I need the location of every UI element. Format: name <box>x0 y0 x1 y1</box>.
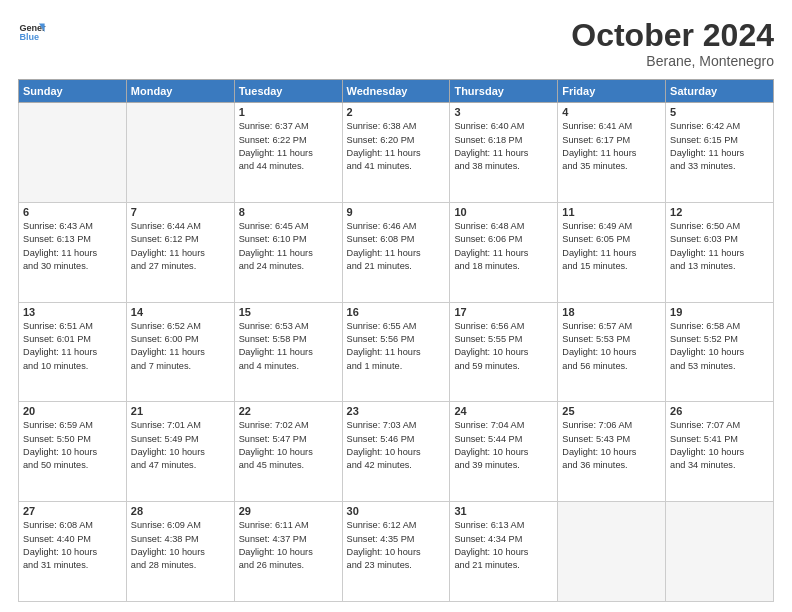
day-number: 27 <box>23 505 122 517</box>
svg-text:Blue: Blue <box>19 32 39 42</box>
day-cell: 18Sunrise: 6:57 AM Sunset: 5:53 PM Dayli… <box>558 302 666 402</box>
location: Berane, Montenegro <box>571 53 774 69</box>
day-info: Sunrise: 6:12 AM Sunset: 4:35 PM Dayligh… <box>347 519 446 572</box>
title-block: October 2024 Berane, Montenegro <box>571 18 774 69</box>
day-info: Sunrise: 7:03 AM Sunset: 5:46 PM Dayligh… <box>347 419 446 472</box>
week-row-2: 6Sunrise: 6:43 AM Sunset: 6:13 PM Daylig… <box>19 202 774 302</box>
day-cell <box>126 103 234 203</box>
header-friday: Friday <box>558 80 666 103</box>
day-number: 13 <box>23 306 122 318</box>
week-row-3: 13Sunrise: 6:51 AM Sunset: 6:01 PM Dayli… <box>19 302 774 402</box>
day-info: Sunrise: 6:48 AM Sunset: 6:06 PM Dayligh… <box>454 220 553 273</box>
day-number: 16 <box>347 306 446 318</box>
day-info: Sunrise: 6:40 AM Sunset: 6:18 PM Dayligh… <box>454 120 553 173</box>
day-number: 8 <box>239 206 338 218</box>
day-info: Sunrise: 6:45 AM Sunset: 6:10 PM Dayligh… <box>239 220 338 273</box>
day-number: 2 <box>347 106 446 118</box>
day-cell: 31Sunrise: 6:13 AM Sunset: 4:34 PM Dayli… <box>450 502 558 602</box>
day-number: 30 <box>347 505 446 517</box>
day-info: Sunrise: 6:37 AM Sunset: 6:22 PM Dayligh… <box>239 120 338 173</box>
header-tuesday: Tuesday <box>234 80 342 103</box>
day-number: 31 <box>454 505 553 517</box>
day-number: 9 <box>347 206 446 218</box>
day-info: Sunrise: 6:43 AM Sunset: 6:13 PM Dayligh… <box>23 220 122 273</box>
calendar-page: General Blue October 2024 Berane, Monten… <box>0 0 792 612</box>
day-number: 14 <box>131 306 230 318</box>
day-cell: 3Sunrise: 6:40 AM Sunset: 6:18 PM Daylig… <box>450 103 558 203</box>
day-info: Sunrise: 7:07 AM Sunset: 5:41 PM Dayligh… <box>670 419 769 472</box>
day-number: 11 <box>562 206 661 218</box>
day-cell: 26Sunrise: 7:07 AM Sunset: 5:41 PM Dayli… <box>666 402 774 502</box>
day-cell: 15Sunrise: 6:53 AM Sunset: 5:58 PM Dayli… <box>234 302 342 402</box>
day-info: Sunrise: 6:44 AM Sunset: 6:12 PM Dayligh… <box>131 220 230 273</box>
header-row: SundayMondayTuesdayWednesdayThursdayFrid… <box>19 80 774 103</box>
day-number: 22 <box>239 405 338 417</box>
day-info: Sunrise: 6:49 AM Sunset: 6:05 PM Dayligh… <box>562 220 661 273</box>
day-info: Sunrise: 6:41 AM Sunset: 6:17 PM Dayligh… <box>562 120 661 173</box>
day-cell: 22Sunrise: 7:02 AM Sunset: 5:47 PM Dayli… <box>234 402 342 502</box>
day-number: 12 <box>670 206 769 218</box>
day-number: 3 <box>454 106 553 118</box>
day-number: 24 <box>454 405 553 417</box>
day-info: Sunrise: 6:53 AM Sunset: 5:58 PM Dayligh… <box>239 320 338 373</box>
logo: General Blue <box>18 18 46 46</box>
logo-icon: General Blue <box>18 18 46 46</box>
day-cell: 10Sunrise: 6:48 AM Sunset: 6:06 PM Dayli… <box>450 202 558 302</box>
day-info: Sunrise: 6:57 AM Sunset: 5:53 PM Dayligh… <box>562 320 661 373</box>
day-cell <box>666 502 774 602</box>
day-cell: 16Sunrise: 6:55 AM Sunset: 5:56 PM Dayli… <box>342 302 450 402</box>
day-number: 19 <box>670 306 769 318</box>
day-info: Sunrise: 6:55 AM Sunset: 5:56 PM Dayligh… <box>347 320 446 373</box>
day-cell: 6Sunrise: 6:43 AM Sunset: 6:13 PM Daylig… <box>19 202 127 302</box>
day-cell: 9Sunrise: 6:46 AM Sunset: 6:08 PM Daylig… <box>342 202 450 302</box>
header-thursday: Thursday <box>450 80 558 103</box>
day-cell: 8Sunrise: 6:45 AM Sunset: 6:10 PM Daylig… <box>234 202 342 302</box>
day-info: Sunrise: 6:08 AM Sunset: 4:40 PM Dayligh… <box>23 519 122 572</box>
day-number: 7 <box>131 206 230 218</box>
day-cell: 25Sunrise: 7:06 AM Sunset: 5:43 PM Dayli… <box>558 402 666 502</box>
day-number: 25 <box>562 405 661 417</box>
week-row-1: 1Sunrise: 6:37 AM Sunset: 6:22 PM Daylig… <box>19 103 774 203</box>
day-info: Sunrise: 6:46 AM Sunset: 6:08 PM Dayligh… <box>347 220 446 273</box>
day-number: 28 <box>131 505 230 517</box>
day-cell: 4Sunrise: 6:41 AM Sunset: 6:17 PM Daylig… <box>558 103 666 203</box>
day-number: 18 <box>562 306 661 318</box>
header-monday: Monday <box>126 80 234 103</box>
day-info: Sunrise: 7:02 AM Sunset: 5:47 PM Dayligh… <box>239 419 338 472</box>
day-cell <box>558 502 666 602</box>
day-cell: 14Sunrise: 6:52 AM Sunset: 6:00 PM Dayli… <box>126 302 234 402</box>
day-cell: 28Sunrise: 6:09 AM Sunset: 4:38 PM Dayli… <box>126 502 234 602</box>
day-number: 26 <box>670 405 769 417</box>
day-number: 23 <box>347 405 446 417</box>
day-number: 10 <box>454 206 553 218</box>
day-cell: 17Sunrise: 6:56 AM Sunset: 5:55 PM Dayli… <box>450 302 558 402</box>
day-cell: 13Sunrise: 6:51 AM Sunset: 6:01 PM Dayli… <box>19 302 127 402</box>
day-info: Sunrise: 6:56 AM Sunset: 5:55 PM Dayligh… <box>454 320 553 373</box>
day-cell: 7Sunrise: 6:44 AM Sunset: 6:12 PM Daylig… <box>126 202 234 302</box>
day-number: 6 <box>23 206 122 218</box>
header-sunday: Sunday <box>19 80 127 103</box>
day-info: Sunrise: 6:13 AM Sunset: 4:34 PM Dayligh… <box>454 519 553 572</box>
day-number: 29 <box>239 505 338 517</box>
day-number: 1 <box>239 106 338 118</box>
day-info: Sunrise: 7:04 AM Sunset: 5:44 PM Dayligh… <box>454 419 553 472</box>
header-saturday: Saturday <box>666 80 774 103</box>
day-cell: 5Sunrise: 6:42 AM Sunset: 6:15 PM Daylig… <box>666 103 774 203</box>
day-cell: 21Sunrise: 7:01 AM Sunset: 5:49 PM Dayli… <box>126 402 234 502</box>
day-number: 15 <box>239 306 338 318</box>
day-cell: 20Sunrise: 6:59 AM Sunset: 5:50 PM Dayli… <box>19 402 127 502</box>
day-info: Sunrise: 6:58 AM Sunset: 5:52 PM Dayligh… <box>670 320 769 373</box>
day-cell: 11Sunrise: 6:49 AM Sunset: 6:05 PM Dayli… <box>558 202 666 302</box>
header: General Blue October 2024 Berane, Monten… <box>18 18 774 69</box>
day-info: Sunrise: 6:42 AM Sunset: 6:15 PM Dayligh… <box>670 120 769 173</box>
day-info: Sunrise: 7:01 AM Sunset: 5:49 PM Dayligh… <box>131 419 230 472</box>
day-info: Sunrise: 7:06 AM Sunset: 5:43 PM Dayligh… <box>562 419 661 472</box>
day-info: Sunrise: 6:59 AM Sunset: 5:50 PM Dayligh… <box>23 419 122 472</box>
day-number: 20 <box>23 405 122 417</box>
day-cell: 27Sunrise: 6:08 AM Sunset: 4:40 PM Dayli… <box>19 502 127 602</box>
day-cell: 30Sunrise: 6:12 AM Sunset: 4:35 PM Dayli… <box>342 502 450 602</box>
day-cell: 19Sunrise: 6:58 AM Sunset: 5:52 PM Dayli… <box>666 302 774 402</box>
day-number: 5 <box>670 106 769 118</box>
calendar-table: SundayMondayTuesdayWednesdayThursdayFrid… <box>18 79 774 602</box>
header-wednesday: Wednesday <box>342 80 450 103</box>
